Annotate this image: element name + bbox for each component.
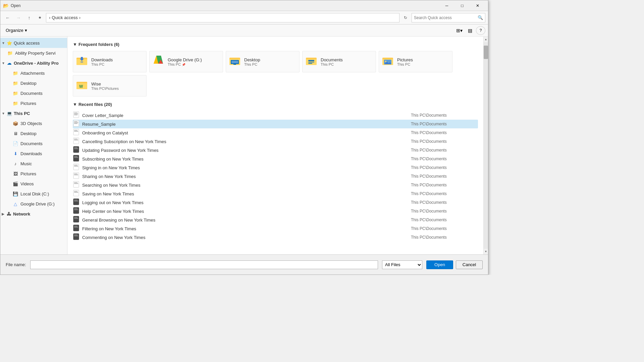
scroll-thumb[interactable]	[484, 46, 488, 59]
up-button[interactable]: ↑	[24, 13, 34, 22]
sidebar-item-3d-objects[interactable]: 📦 3D Objects	[0, 118, 67, 128]
file-row-sharing[interactable]: Sharing on New York Times This PC\Docume…	[73, 172, 478, 181]
recent-paths-button[interactable]: ★	[35, 13, 45, 22]
sidebar-item-local-disk[interactable]: 💾 Local Disk (C:)	[0, 189, 67, 199]
filtering-location: This PC\Documents	[411, 226, 478, 231]
cancel-button[interactable]: Cancel	[456, 260, 483, 269]
updating-location: This PC\Documents	[411, 148, 478, 153]
downloads-folder-name: Downloads	[91, 57, 113, 62]
file-row-saving[interactable]: Saving on New York Times This PC\Documen…	[73, 189, 478, 198]
file-row-onboarding[interactable]: Onboarding on Catalyst This PC\Documents	[73, 128, 478, 137]
quick-access-icon: ⭐	[6, 41, 12, 46]
svg-rect-48	[74, 166, 78, 167]
sidebar-item-this-pc[interactable]: ▼ 💻 This PC	[0, 108, 67, 118]
file-type-select[interactable]: All Files	[382, 260, 422, 269]
close-button[interactable]: ✕	[470, 0, 485, 11]
file-list: Cover Letter_Sample This PC\Documents Re…	[73, 111, 478, 242]
downloads-folder-icon	[76, 54, 88, 69]
folder-card-gdrive[interactable]: Google Drive (G:) This PC 📌	[149, 51, 223, 72]
resume-icon	[73, 120, 79, 128]
scroll-up-button[interactable]: ▲	[484, 37, 488, 42]
sidebar-item-onedrive[interactable]: ▼ ☁ OneDrive - Ability Pro	[0, 58, 67, 68]
sidebar-item-desktop-pc[interactable]: 🖥 Desktop	[0, 128, 67, 138]
scroll-down-button[interactable]: ▼	[484, 249, 488, 254]
view-extra-button[interactable]: ⊞▾	[454, 26, 464, 35]
file-row-logging-out[interactable]: Logging out on New York Times This PC\Do…	[73, 198, 478, 207]
sidebar-item-music[interactable]: ♪ Music	[0, 159, 67, 169]
svg-rect-39	[74, 140, 78, 140]
pictures-folder-name: Pictures	[397, 57, 413, 62]
pictures-folder-path: This PC	[397, 62, 413, 66]
file-row-resume[interactable]: Resume_Sample This PC\Documents	[73, 120, 478, 128]
file-name-input[interactable]	[30, 260, 378, 269]
google-drive-icon: △	[12, 201, 18, 206]
general-location: This PC\Documents	[411, 218, 478, 222]
vertical-scrollbar[interactable]: ▲ ▼	[483, 37, 488, 254]
documents-od-label: Documents	[20, 91, 43, 96]
collapse-arrow-recent[interactable]: ▼	[73, 102, 77, 107]
refresh-button[interactable]: ↻	[401, 13, 410, 22]
svg-rect-28	[74, 114, 78, 114]
maximize-button[interactable]: □	[454, 0, 470, 11]
file-row-general[interactable]: General Browsing on New York Times This …	[73, 216, 478, 224]
filtering-name: Filtering on New York Times	[82, 226, 408, 231]
resume-location: This PC\Documents	[411, 122, 478, 126]
sidebar-item-videos[interactable]: 🎬 Videos	[0, 179, 67, 189]
file-row-cover-letter[interactable]: Cover Letter_Sample This PC\Documents	[73, 111, 478, 120]
sidebar-item-quick-access[interactable]: ▼ ⭐ Quick access	[0, 38, 67, 48]
documents-od-icon: 📁	[12, 91, 18, 96]
sidebar-item-desktop-od[interactable]: 📁 Desktop	[0, 78, 67, 88]
sidebar-item-documents-pc[interactable]: 📄 Documents	[0, 138, 67, 148]
forward-button[interactable]: →	[14, 13, 23, 22]
window-icon: 📂	[3, 3, 9, 8]
folder-card-pictures[interactable]: Pictures This PC	[379, 51, 452, 72]
organize-button[interactable]: Organize ▾	[3, 26, 30, 35]
svg-rect-11	[231, 61, 238, 63]
file-row-updating[interactable]: Updating Password on New York Times This…	[73, 146, 478, 155]
sidebar-item-google-drive[interactable]: △ Google Drive (G:)	[0, 199, 67, 209]
documents-folder-path: This PC	[321, 62, 343, 66]
sidebar-item-pictures-pc[interactable]: 🖼 Pictures	[0, 169, 67, 179]
searching-name: Searching on New York Times	[82, 183, 408, 188]
collapse-arrow-frequent[interactable]: ▼	[73, 42, 77, 47]
folder-card-downloads[interactable]: Downloads This PC	[73, 51, 147, 72]
sidebar-item-attachments[interactable]: 📁 Attachments	[0, 68, 67, 78]
folder-card-desktop[interactable]: Desktop This PC	[226, 51, 300, 72]
breadcrumb[interactable]: › Quick access ›	[46, 13, 399, 22]
svg-rect-60	[74, 201, 78, 201]
logging-out-name: Logging out on New York Times	[82, 200, 408, 205]
search-box: 🔍	[412, 13, 485, 22]
view-details-button[interactable]: ▤	[465, 26, 475, 35]
file-row-searching[interactable]: Searching on New York Times This PC\Docu…	[73, 181, 478, 189]
content-area: ▼ Frequent folders (6) Down	[67, 37, 483, 254]
back-button[interactable]: ←	[3, 13, 12, 22]
svg-rect-43	[73, 155, 79, 161]
onboarding-icon	[73, 129, 79, 137]
help-button[interactable]: ?	[476, 26, 485, 35]
sidebar-item-network[interactable]: ▶ 🖧 Network	[0, 209, 67, 219]
svg-text:W: W	[79, 84, 83, 89]
file-row-commenting[interactable]: Commenting on New York Times This PC\Doc…	[73, 233, 478, 242]
desktop-folder-name: Desktop	[244, 57, 260, 62]
scroll-track[interactable]	[484, 42, 488, 249]
updating-icon	[73, 146, 79, 154]
file-row-help-center[interactable]: Help Center on New York Times This PC\Do…	[73, 207, 478, 216]
file-row-cancelling[interactable]: Cancelling Subscription on New York Time…	[73, 137, 478, 146]
svg-rect-15	[308, 60, 314, 61]
sidebar-item-ability[interactable]: 📁 Ability Property Servi	[0, 48, 67, 58]
svg-rect-61	[73, 207, 79, 214]
sidebar-item-documents-od[interactable]: 📁 Documents	[0, 88, 67, 98]
sidebar-item-downloads-pc[interactable]: ⬇ Downloads	[0, 148, 67, 159]
open-button[interactable]: Open	[426, 260, 453, 269]
file-row-filtering[interactable]: Filtering on New York Times This PC\Docu…	[73, 224, 478, 233]
search-input[interactable]	[414, 15, 476, 20]
sidebar-item-pictures-od[interactable]: 📁 Pictures	[0, 98, 67, 108]
svg-rect-3	[80, 62, 83, 62]
saving-name: Saving on New York Times	[82, 191, 408, 196]
folder-card-wise[interactable]: W Wise This PC\Pictures	[73, 75, 147, 97]
file-row-signing[interactable]: Signing in on New York Times This PC\Doc…	[73, 163, 478, 172]
svg-rect-36	[74, 131, 78, 132]
file-row-subscribing[interactable]: Subscribing on New York Times This PC\Do…	[73, 155, 478, 163]
minimize-button[interactable]: ─	[439, 0, 454, 11]
folder-card-documents[interactable]: Documents This PC	[302, 51, 376, 72]
